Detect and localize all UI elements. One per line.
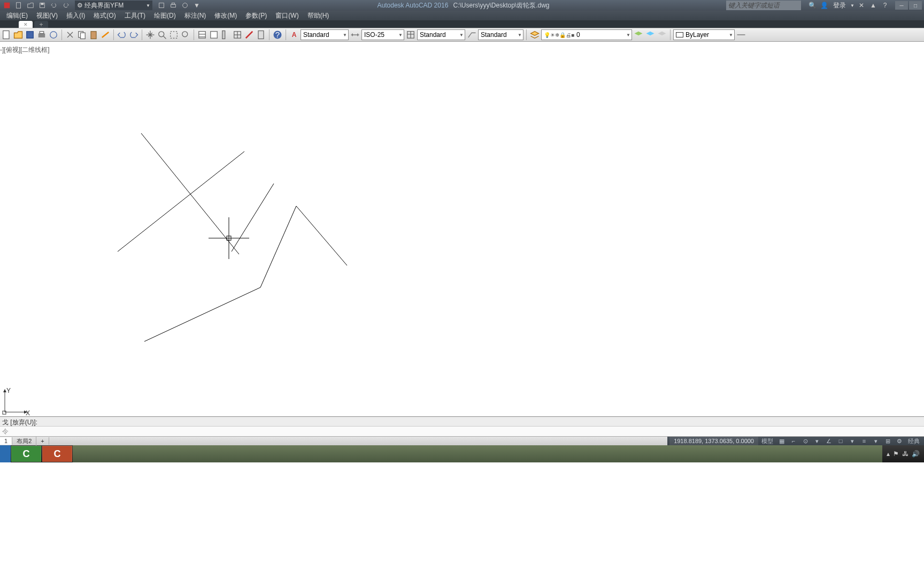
qat-extra2-icon[interactable] <box>180 1 190 10</box>
tab-model[interactable]: 1 <box>0 437 12 445</box>
menu-modify[interactable]: 修改(M) <box>210 10 241 21</box>
zoom-previous-icon[interactable] <box>180 29 191 40</box>
a360-icon[interactable]: ▲ <box>868 1 878 10</box>
menu-window[interactable]: 窗口(W) <box>271 10 303 21</box>
svg-line-27 <box>141 133 239 254</box>
qat-dropdown-icon[interactable]: ▼ <box>192 1 202 10</box>
doc-tab-close-icon[interactable]: ✕ <box>19 21 33 28</box>
signin-icon[interactable]: 👤 <box>819 1 829 10</box>
menu-draw[interactable]: 绘图(D) <box>150 10 180 21</box>
minimize-button[interactable]: ─ <box>895 1 908 10</box>
mleader-style-icon[interactable] <box>466 29 477 40</box>
open-icon[interactable] <box>13 29 24 40</box>
markup-icon[interactable] <box>244 29 255 40</box>
menu-insert[interactable]: 插入(I) <box>62 10 89 21</box>
dim-style-dropdown[interactable]: ISO-25▼ <box>361 29 404 40</box>
tray-network-icon[interactable]: 🖧 <box>902 450 908 458</box>
search-icon[interactable]: 🔍 <box>807 1 817 10</box>
layer-prev-icon[interactable] <box>633 29 644 40</box>
undo-icon[interactable] <box>117 29 127 40</box>
match-icon[interactable] <box>100 29 111 40</box>
command-window[interactable]: 戈 [放弃(U)]: 令 <box>0 416 924 436</box>
menu-tools[interactable]: 工具(T) <box>120 10 150 21</box>
drawing-canvas[interactable]: -][俯视][二维线框] Y X <box>0 42 924 416</box>
menu-format[interactable]: 格式(O) <box>89 10 120 21</box>
signin-label[interactable]: 登录 <box>831 1 848 10</box>
coordinates-display[interactable]: 1918.8189, 1373.0635, 0.0000 <box>669 437 758 445</box>
copy-icon[interactable] <box>76 29 87 40</box>
tool-palettes-icon[interactable] <box>220 29 231 40</box>
system-tray[interactable]: ▴ ⚑ 🖧 🔊 <box>882 445 924 462</box>
layer-iso-icon[interactable] <box>657 29 667 40</box>
status-polar-icon[interactable]: ▾ <box>812 437 822 445</box>
status-snap-icon[interactable]: ⌐ <box>788 437 799 445</box>
layer-state-icon[interactable] <box>645 29 656 40</box>
status-ws-icon[interactable]: ⊞ <box>882 437 893 445</box>
sheet-set-icon[interactable] <box>209 29 219 40</box>
status-model-button[interactable]: 模型 <box>759 437 775 445</box>
paste-icon[interactable] <box>88 29 99 40</box>
workspace-selector[interactable]: ⚙ 经典界面YFM ▼ <box>75 1 152 10</box>
qat-redo-icon[interactable] <box>61 1 71 10</box>
status-grid-icon[interactable]: ▦ <box>776 437 787 445</box>
design-center-icon[interactable] <box>232 29 243 40</box>
text-style-dropdown[interactable]: Standard▼ <box>301 29 349 40</box>
status-anno-icon[interactable]: ≡ <box>859 437 869 445</box>
tab-layout[interactable]: 布局2 <box>12 437 36 446</box>
qat-save-icon[interactable] <box>37 1 47 10</box>
text-style-icon[interactable]: A <box>289 29 299 40</box>
command-input[interactable]: 令 <box>0 427 924 436</box>
status-workspace-label[interactable]: 经典 <box>906 437 922 445</box>
tray-flag-icon[interactable]: ⚑ <box>893 450 899 458</box>
redo-icon[interactable] <box>128 29 139 40</box>
help-icon[interactable]: ? <box>880 1 890 10</box>
menu-edit[interactable]: 编辑(E) <box>2 10 32 21</box>
properties-icon[interactable] <box>197 29 207 40</box>
linetype-dropdown[interactable]: ByLayer ▼ <box>673 29 735 40</box>
tray-volume-icon[interactable]: 🔊 <box>912 450 920 458</box>
help-search-input[interactable]: 键入关键字或短语 <box>726 1 801 10</box>
status-otrack-icon[interactable]: □ <box>835 437 846 445</box>
maximize-button[interactable]: □ <box>909 1 922 10</box>
menu-parametric[interactable]: 参数(P) <box>241 10 271 21</box>
doc-tab-add[interactable]: + <box>34 21 48 28</box>
status-ortho-icon[interactable]: ⊙ <box>800 437 811 445</box>
plot-preview-icon[interactable] <box>48 29 59 40</box>
quickcalc-icon[interactable] <box>256 29 266 40</box>
pan-icon[interactable] <box>145 29 156 40</box>
status-osnap-icon[interactable]: ∠ <box>823 437 834 445</box>
help-toolbar-icon[interactable]: ? <box>272 29 283 40</box>
start-button[interactable] <box>0 445 11 462</box>
status-anno2-icon[interactable]: ▾ <box>871 437 881 445</box>
linetype-extra-icon[interactable] <box>736 29 746 40</box>
workspace-name: 经典界面YFM <box>84 1 124 10</box>
cut-icon[interactable] <box>65 29 75 40</box>
tray-up-icon[interactable]: ▴ <box>887 450 890 458</box>
menu-view[interactable]: 视图(V) <box>32 10 62 21</box>
layer-manager-icon[interactable] <box>529 29 540 40</box>
zoom-realtime-icon[interactable] <box>157 29 167 40</box>
taskbar-app-2[interactable]: C <box>42 446 72 462</box>
menu-dimension[interactable]: 标注(N) <box>180 10 211 21</box>
dim-style-icon[interactable] <box>350 29 360 40</box>
zoom-window-icon[interactable] <box>168 29 179 40</box>
new-icon[interactable] <box>1 29 12 40</box>
qat-undo-icon[interactable] <box>49 1 59 10</box>
menu-help[interactable]: 帮助(H) <box>303 10 334 21</box>
app-menu-button[interactable] <box>2 1 12 10</box>
layer-dropdown[interactable]: 💡☀❄🔒🖨■ 0 ▼ <box>541 29 632 40</box>
table-style-dropdown[interactable]: Standard▼ <box>417 29 465 40</box>
qat-open-icon[interactable] <box>26 1 35 10</box>
tab-add-layout[interactable]: + <box>36 437 49 445</box>
status-gear-icon[interactable]: ⚙ <box>894 437 905 445</box>
qat-new-icon[interactable] <box>14 1 24 10</box>
save-icon[interactable] <box>25 29 35 40</box>
exchange-icon[interactable]: ✕ <box>857 1 866 10</box>
table-style-icon[interactable] <box>405 29 416 40</box>
print-icon[interactable] <box>36 29 47 40</box>
status-lwt-icon[interactable]: ▾ <box>847 437 858 445</box>
qat-extra1-icon[interactable] <box>157 1 166 10</box>
taskbar-app-1[interactable]: C <box>11 446 41 462</box>
qat-print-icon[interactable] <box>168 1 178 10</box>
mleader-style-dropdown[interactable]: Standard▼ <box>478 29 523 40</box>
